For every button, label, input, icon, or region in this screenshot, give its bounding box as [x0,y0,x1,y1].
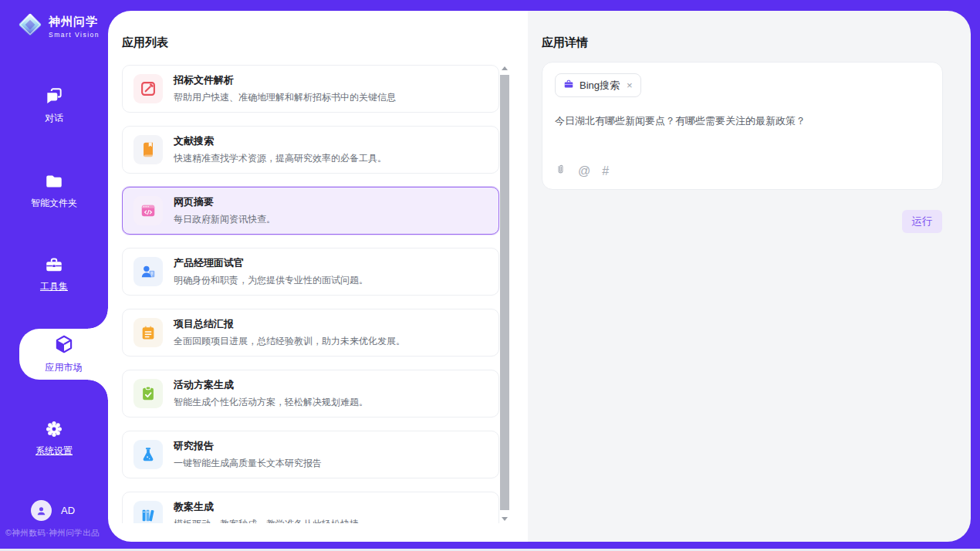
book-icon [133,135,163,164]
tool-tag-label: Bing搜索 [580,79,620,93]
sidebar-item-label: 应用市场 [46,361,83,374]
sidebar-item-toolset[interactable]: 工具集 [0,255,108,293]
app-card-title: 网页摘要 [174,195,275,209]
app-card-title: 招标文件解析 [174,73,396,87]
app-card-title: 活动方案生成 [174,378,368,392]
app-card-research-report[interactable]: 研究报告 一键智能生成高质量长文本研究报告 [122,431,499,478]
brand-subtitle: Smart Vision [49,31,100,39]
app-card-literature-search[interactable]: 文献搜索 快速精准查找学术资源，提高研究效率的必备工具。 [122,126,499,174]
sidebar-item-label: 系统设置 [0,445,108,458]
briefcase-icon [563,79,574,93]
app-detail-title: 应用详情 [542,35,588,50]
chat-icon [0,86,108,106]
app-card-pm-interviewer[interactable]: 产品经理面试官 明确身份和职责，为您提供专业性的面试问题。 [122,248,499,296]
copyright-footer: ©神州数码·神州问学出品 [5,528,100,539]
app-card-title: 研究报告 [174,439,322,453]
app-card-project-summary[interactable]: 项目总结汇报 全面回顾项目进展，总结经验教训，助力未来优化发展。 [122,309,499,357]
research-flask-icon [133,440,163,469]
app-card-webpage-summary[interactable]: 网页摘要 每日政府新闻资讯快查。 [122,187,499,235]
app-list-scrollbar[interactable] [500,63,509,523]
app-card-desc: 明确身份和职责，为您提供专业性的面试问题。 [174,274,368,287]
sidebar-item-label: 智能文件夹 [0,197,108,210]
app-card-desc: 模板驱动，教案秒成，教学准备从此轻松快捷 [174,518,359,523]
gear-icon [0,419,108,439]
sidebar-item-label: 对话 [0,112,108,125]
tab-curve-top [88,309,108,329]
prompt-card: Bing搜索 × 今日湖北有哪些新闻要点？有哪些需要关注的最新政策？ @ # [542,62,943,190]
cube-icon [54,334,74,357]
main-content: 应用列表 招标文件解析 帮助用户快速、准确地理解和解析招标书中的关键信息 [108,11,971,542]
app-card-desc: 全面回顾项目进展，总结经验教训，助力未来优化发展。 [174,335,405,348]
scroll-down-button[interactable] [500,514,509,523]
lesson-books-icon [133,501,163,523]
brand-name: 神州问学 [49,15,100,29]
paperclip-icon[interactable] [555,163,566,179]
sidebar: 神州问学 Smart Vision 对话 智能文件夹 [0,0,108,549]
sidebar-item-smart-folder[interactable]: 智能文件夹 [0,171,108,210]
report-note-icon [133,318,163,347]
webpage-code-icon [133,196,163,225]
sidebar-item-app-market[interactable]: 应用市场 [19,329,108,380]
app-card-title: 文献搜索 [174,134,387,148]
interviewer-icon [133,257,163,286]
sidebar-item-settings[interactable]: 系统设置 [0,419,108,458]
plan-clipboard-icon [133,379,163,408]
close-icon[interactable]: × [625,79,633,91]
scroll-up-button[interactable] [500,63,509,73]
sidebar-item-chat[interactable]: 对话 [0,86,108,125]
app-card-lesson-plan[interactable]: 教案生成 模板驱动，教案秒成，教学准备从此轻松快捷 [122,492,499,523]
sidebar-item-label: 工具集 [0,280,108,293]
app-card-title: 教案生成 [174,500,359,514]
app-list: 招标文件解析 帮助用户快速、准确地理解和解析招标书中的关键信息 文献搜索 [122,65,499,523]
hash-tag-icon[interactable]: # [602,165,609,177]
app-card-desc: 帮助用户快速、准确地理解和解析招标书中的关键信息 [174,91,396,104]
tab-curve-bottom [88,380,108,400]
app-list-title: 应用列表 [122,35,168,50]
app-card-desc: 智能生成个性化活动方案，轻松解决规划难题。 [174,396,368,409]
user-account[interactable]: AD [31,500,75,521]
app-card-title: 项目总结汇报 [174,317,405,331]
app-card-desc: 一键智能生成高质量长文本研究报告 [174,457,322,470]
folder-icon [0,171,108,191]
app-detail-panel: 应用详情 Bing搜索 × 今日湖北有哪些新闻要点？有哪些需要关注的最新政策？ [528,11,971,542]
app-card-title: 产品经理面试官 [174,256,368,270]
scrollbar-thumb[interactable] [500,75,509,510]
run-button[interactable]: 运行 [902,210,942,233]
contract-edit-icon [133,74,163,103]
query-input[interactable]: 今日湖北有哪些新闻要点？有哪些需要关注的最新政策？ [555,113,930,129]
app-card-desc: 快速精准查找学术资源，提高研究效率的必备工具。 [174,152,387,165]
brand-logo: 神州问学 Smart Vision [17,12,100,41]
tool-tag-bing-search[interactable]: Bing搜索 × [555,73,641,97]
app-card-desc: 每日政府新闻资讯快查。 [174,213,275,226]
attachment-toolbar: @ # [555,163,609,179]
avatar [31,500,52,521]
user-name: AD [61,505,75,516]
at-mention-icon[interactable]: @ [578,165,590,177]
toolbox-icon [0,255,108,275]
app-card-bid-parsing[interactable]: 招标文件解析 帮助用户快速、准确地理解和解析招标书中的关键信息 [122,65,499,113]
app-list-panel: 应用列表 招标文件解析 帮助用户快速、准确地理解和解析招标书中的关键信息 [108,11,528,542]
diamond-logo-icon [17,12,43,41]
app-card-event-plan[interactable]: 活动方案生成 智能生成个性化活动方案，轻松解决规划难题。 [122,370,499,417]
